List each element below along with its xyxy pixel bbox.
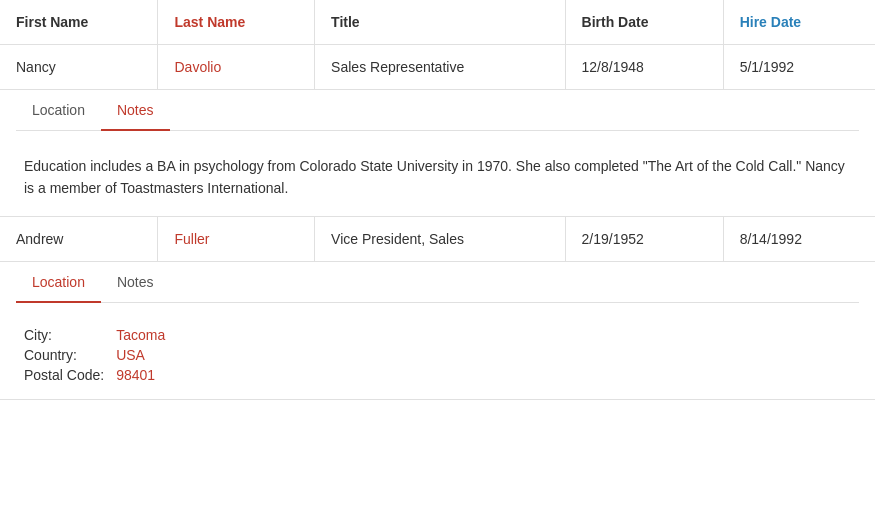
location-content: City: Tacoma Country: USA Postal Code: 9…: [16, 319, 859, 383]
cell-last-name: Davolio: [158, 45, 315, 90]
col-birth-date: Birth Date: [565, 0, 723, 45]
tab-location[interactable]: Location: [16, 90, 101, 130]
cell-hire-date: 5/1/1992: [723, 45, 875, 90]
cell-title: Vice President, Sales: [315, 216, 565, 261]
location-grid: City: Tacoma Country: USA Postal Code: 9…: [24, 327, 851, 383]
tab-notes[interactable]: Notes: [101, 90, 170, 130]
col-title: Title: [315, 0, 565, 45]
cell-last-name: Fuller: [158, 216, 315, 261]
cell-birth-date: 12/8/1948: [565, 45, 723, 90]
country-value: USA: [116, 347, 851, 363]
cell-title: Sales Representative: [315, 45, 565, 90]
col-last-name: Last Name: [158, 0, 315, 45]
cell-first-name: Andrew: [0, 216, 158, 261]
tab-notes[interactable]: Notes: [101, 262, 170, 302]
city-value: Tacoma: [116, 327, 851, 343]
postal-value: 98401: [116, 367, 851, 383]
postal-label: Postal Code:: [24, 367, 104, 383]
col-hire-date: Hire Date: [723, 0, 875, 45]
detail-container: LocationNotes Education includes a BA in…: [0, 90, 875, 216]
detail-container: LocationNotes City: Tacoma Country: USA …: [0, 262, 875, 399]
col-first-name: First Name: [0, 0, 158, 45]
tab-bar: LocationNotes: [16, 90, 859, 131]
notes-content: Education includes a BA in psychology fr…: [16, 147, 859, 200]
cell-birth-date: 2/19/1952: [565, 216, 723, 261]
cell-first-name: Nancy: [0, 45, 158, 90]
detail-row: LocationNotes Education includes a BA in…: [0, 90, 875, 217]
notes-text: Education includes a BA in psychology fr…: [24, 155, 851, 200]
cell-hire-date: 8/14/1992: [723, 216, 875, 261]
table-row: Andrew Fuller Vice President, Sales 2/19…: [0, 216, 875, 261]
table-header: First Name Last Name Title Birth Date Hi…: [0, 0, 875, 45]
tab-location[interactable]: Location: [16, 262, 101, 302]
detail-row: LocationNotes City: Tacoma Country: USA …: [0, 261, 875, 399]
tab-bar: LocationNotes: [16, 262, 859, 303]
employee-table: First Name Last Name Title Birth Date Hi…: [0, 0, 875, 400]
city-label: City:: [24, 327, 104, 343]
table-row: Nancy Davolio Sales Representative 12/8/…: [0, 45, 875, 90]
country-label: Country:: [24, 347, 104, 363]
